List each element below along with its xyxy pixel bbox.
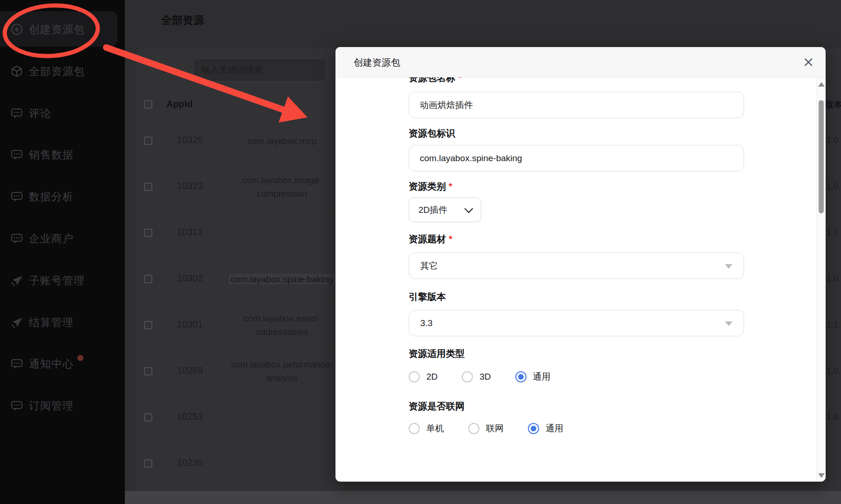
radio-option[interactable]: 通用 (515, 371, 551, 383)
sidebar-item[interactable]: 数据分析 (0, 176, 125, 218)
field-label-network: 资源是否联网 (409, 400, 465, 413)
radio-option[interactable]: 单机 (409, 422, 444, 435)
required-asterisk: * (458, 77, 462, 83)
send-icon (10, 274, 23, 287)
sidebar-item[interactable]: 销售数据 (0, 134, 125, 176)
comment-icon (10, 357, 23, 370)
radio-circle[interactable] (515, 371, 526, 382)
comment-icon (10, 107, 23, 120)
radio-option[interactable]: 通用 (528, 422, 563, 435)
send-icon (10, 316, 23, 329)
caret-down-icon (725, 321, 732, 326)
radio-circle[interactable] (468, 423, 479, 434)
sidebar-item[interactable]: 订阅管理 (0, 385, 125, 427)
row-version: 1.0 (827, 228, 838, 238)
version-column-header: 版本 (825, 99, 841, 111)
sidebar-item[interactable]: 通知中心 (0, 343, 125, 385)
sidebar-item-label: 通知中心 (29, 357, 74, 371)
sidebar-item-label: 结算管理 (29, 315, 74, 330)
caret-down-icon (725, 264, 732, 269)
comment-icon (10, 190, 23, 203)
sidebar-item-label: 销售数据 (29, 148, 74, 162)
close-icon[interactable]: × (799, 53, 818, 71)
sidebar-item[interactable]: 全部资源包 (0, 50, 125, 92)
row-version: 1.0.4 (827, 412, 841, 422)
radio-circle[interactable] (409, 423, 420, 434)
comment-icon (10, 399, 23, 412)
circle-plus-icon (10, 23, 23, 36)
sidebar-item-label: 企业商户 (29, 232, 74, 246)
sidebar-item[interactable]: 结算管理 (0, 301, 125, 343)
scroll-up-arrow-icon[interactable] (818, 82, 825, 87)
comment-icon (10, 148, 23, 161)
field-label-name: 资源包名称* (409, 77, 462, 84)
cube-icon (10, 65, 23, 78)
apply-type-radio-group: 2D3D通用 (409, 370, 551, 384)
modal-scrollbar[interactable] (816, 77, 826, 482)
radio-label: 单机 (426, 422, 444, 435)
engine-version-select[interactable]: 3.3 (409, 310, 744, 336)
row-version: 1.0 (827, 136, 838, 145)
required-asterisk: * (449, 181, 452, 191)
sidebar: 创建资源包全部资源包评论销售数据数据分析企业商户子账号管理结算管理通知中心订阅管… (0, 0, 125, 504)
resource-identifier-input[interactable] (409, 145, 744, 171)
radio-option[interactable]: 3D (462, 371, 491, 382)
modal-title: 创建资源包 (354, 56, 400, 69)
sidebar-item-label: 订阅管理 (29, 399, 74, 413)
row-version: 1.0. (827, 274, 841, 284)
modal-form-scroll-area: 资源包名称* 资源包标识 资源类别* 2D插件 资源题材* 其它 引擎版本 3.… (335, 77, 816, 482)
theme-select[interactable]: 其它 (409, 252, 744, 279)
resource-name-input[interactable] (409, 92, 744, 118)
radio-circle[interactable] (528, 423, 539, 434)
create-resource-modal: 资源包名称* 资源包标识 资源类别* 2D插件 资源题材* 其它 引擎版本 3.… (335, 47, 826, 482)
field-label-identifier: 资源包标识 (409, 127, 455, 140)
field-label-apply-type: 资源适用类型 (409, 347, 465, 360)
row-version: 1.0. (827, 366, 841, 376)
field-label-engine: 引擎版本 (409, 291, 446, 303)
sidebar-item-label: 全部资源包 (29, 64, 85, 79)
network-radio-group: 单机联网通用 (409, 422, 563, 436)
scrollbar-thumb[interactable] (819, 100, 824, 213)
sidebar-item[interactable]: 企业商户 (0, 218, 125, 259)
radio-option[interactable]: 联网 (468, 422, 504, 435)
sidebar-item[interactable]: 子账号管理 (0, 259, 125, 301)
radio-circle[interactable] (409, 371, 420, 382)
radio-label: 通用 (546, 422, 563, 435)
sidebar-item-label: 创建资源包 (29, 22, 85, 37)
sidebar-item-label: 数据分析 (29, 190, 74, 204)
row-version: 1.1.0 (827, 320, 841, 330)
required-asterisk: * (449, 234, 452, 244)
row-version: 1.0 (827, 182, 838, 191)
radio-circle[interactable] (462, 371, 473, 382)
sidebar-item-label: 评论 (29, 106, 51, 121)
scroll-down-arrow-icon[interactable] (818, 473, 825, 478)
radio-label: 联网 (486, 422, 504, 435)
radio-option[interactable]: 2D (409, 371, 438, 382)
notification-dot (77, 355, 83, 361)
field-label-theme: 资源题材* (409, 233, 452, 245)
radio-label: 2D (426, 372, 438, 382)
sidebar-item[interactable]: 创建资源包 (0, 8, 125, 50)
table-footer-strip (125, 491, 841, 504)
category-dropdown[interactable]: 2D插件 (409, 198, 481, 222)
chevron-down-icon (464, 208, 473, 213)
radio-label: 通用 (533, 371, 551, 383)
sidebar-item-label: 子账号管理 (29, 273, 85, 288)
sidebar-item[interactable]: 评论 (0, 92, 125, 134)
comment-icon (10, 232, 23, 245)
radio-label: 3D (479, 372, 491, 382)
modal-header: 创建资源包 × (335, 47, 826, 77)
field-label-category: 资源类别* (409, 180, 452, 193)
